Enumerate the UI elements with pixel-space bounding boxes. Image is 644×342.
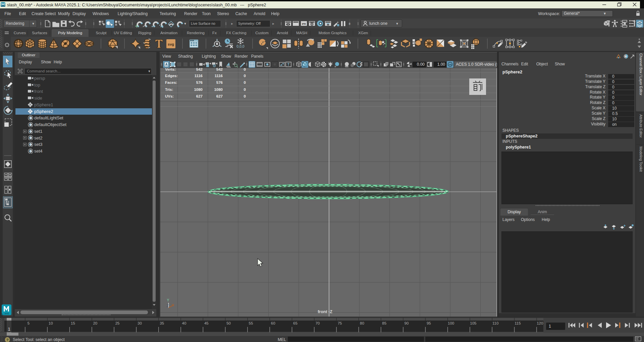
svg-text:Y: Y <box>167 298 169 302</box>
svg-text:100: 100 <box>448 321 454 325</box>
svg-text:10: 10 <box>49 321 53 325</box>
svg-text:65: 65 <box>293 321 298 325</box>
svg-text:110: 110 <box>492 321 498 325</box>
svg-text:55: 55 <box>249 321 253 325</box>
svg-text:60: 60 <box>271 321 275 325</box>
svg-text:X: X <box>171 303 174 307</box>
svg-text:ON: ON <box>449 64 452 66</box>
svg-text:20: 20 <box>93 321 97 325</box>
svg-text:Z: Z <box>167 304 169 308</box>
svg-text:?: ? <box>6 338 9 342</box>
svg-text:85: 85 <box>382 321 386 325</box>
svg-text:5: 5 <box>28 321 30 325</box>
svg-text:15: 15 <box>71 321 75 325</box>
svg-text:75: 75 <box>338 321 342 325</box>
svg-text:115: 115 <box>515 321 521 325</box>
svg-text:1: 1 <box>8 327 10 332</box>
svg-text:svg: svg <box>168 42 174 46</box>
svg-text:105: 105 <box>470 321 476 325</box>
svg-text:30: 30 <box>138 321 142 325</box>
svg-text:front -Z: front -Z <box>318 309 332 314</box>
svg-text:45: 45 <box>204 321 209 325</box>
svg-text:95: 95 <box>427 321 431 325</box>
svg-text:120: 120 <box>537 321 543 325</box>
svg-text:90: 90 <box>405 321 409 325</box>
svg-text:0,0,0: 0,0,0 <box>236 44 245 48</box>
svg-text:A: A <box>165 63 167 66</box>
svg-text:70: 70 <box>315 321 320 325</box>
svg-text:80: 80 <box>360 321 364 325</box>
svg-text:25: 25 <box>115 321 120 325</box>
svg-text:40: 40 <box>182 321 186 325</box>
svg-text:AYA: AYA <box>4 312 9 315</box>
svg-text:T: T <box>287 63 289 66</box>
svg-text:50: 50 <box>226 321 231 325</box>
svg-text:IPR: IPR <box>302 23 306 25</box>
svg-text:35: 35 <box>160 321 164 325</box>
